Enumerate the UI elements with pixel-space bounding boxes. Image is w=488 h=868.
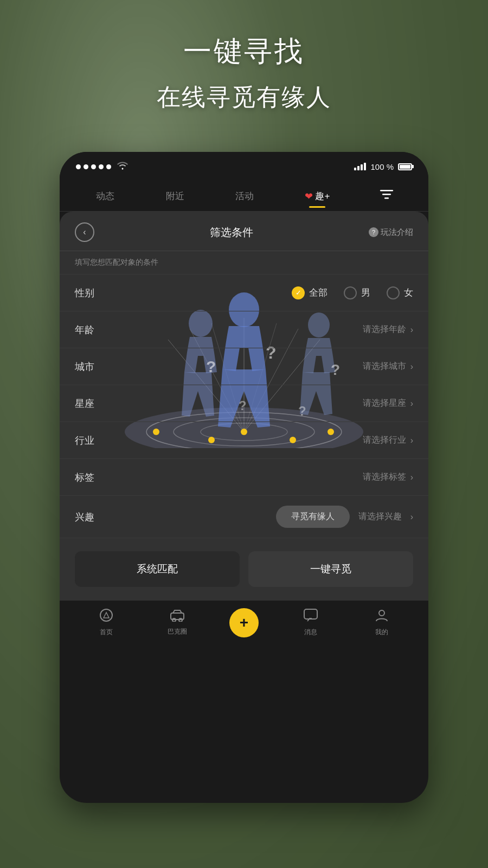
tab-qu-label: 趣+	[315, 190, 330, 202]
tab-huodong[interactable]: 活动	[229, 186, 260, 207]
nav-home[interactable]: 首页	[87, 608, 125, 637]
gender-option-female[interactable]: 女	[387, 286, 413, 299]
interest-value: 寻觅有缘人 请选择兴趣 ›	[276, 506, 413, 528]
back-button[interactable]: ‹	[75, 222, 94, 242]
status-left	[76, 161, 129, 173]
svg-rect-2	[384, 197, 389, 199]
nav-bake[interactable]: 巴克圈	[158, 609, 196, 636]
filter-row-gender: 性别 ✓ 全部 男	[60, 275, 428, 311]
city-label: 城市	[75, 360, 107, 373]
gender-option-all[interactable]: ✓ 全部	[292, 286, 328, 299]
status-right: 100 %	[354, 162, 412, 171]
gender-male-label: 男	[361, 286, 370, 299]
battery-percent: 100 %	[370, 162, 394, 171]
filter-row-industry[interactable]: 行业 请选择行业 ›	[60, 422, 428, 459]
svg-rect-1	[382, 194, 391, 195]
tags-label: 标签	[75, 471, 107, 484]
hero-text: 一键寻找 在线寻觅有缘人	[0, 33, 488, 113]
radio-female	[387, 286, 400, 299]
heart-icon: ❤	[305, 190, 313, 202]
signal-bar-1	[354, 168, 356, 170]
age-value: 请选择年龄 ›	[363, 324, 413, 335]
sub-header: 填写您想匹配对象的条件	[60, 251, 428, 275]
filter-row-interest: 兴趣 寻觅有缘人 请选择兴趣 ›	[60, 496, 428, 538]
filter-row-city[interactable]: 城市 请选择城市 ›	[60, 348, 428, 385]
gender-option-male[interactable]: 男	[344, 286, 370, 299]
filter-content: ? ? ? ? ? 性别	[60, 275, 428, 538]
svg-point-33	[379, 610, 384, 616]
industry-chevron: ›	[410, 436, 413, 445]
one-key-search-button[interactable]: 一键寻觅	[248, 551, 413, 587]
zodiac-label: 星座	[75, 397, 107, 410]
svg-point-27	[100, 609, 112, 621]
gender-label: 性别	[75, 286, 107, 299]
age-label: 年龄	[75, 323, 107, 336]
interest-placeholder: 请选择兴趣	[358, 511, 402, 522]
industry-label: 行业	[75, 434, 107, 447]
interest-button[interactable]: 寻觅有缘人	[276, 506, 350, 528]
gender-all-label: 全部	[309, 286, 328, 299]
tab-fujin[interactable]: 附近	[159, 186, 191, 207]
hero-line2: 在线寻觅有缘人	[0, 81, 488, 113]
dot-2	[84, 164, 88, 169]
radio-male	[344, 286, 357, 299]
dot-5	[106, 164, 111, 169]
system-match-button[interactable]: 系统匹配	[75, 551, 240, 587]
modal-title: 筛选条件	[210, 225, 253, 240]
tab-dongtai[interactable]: 动态	[89, 186, 121, 207]
bottom-nav: 首页 巴克圈 +	[60, 600, 428, 649]
zodiac-value: 请选择星座 ›	[363, 398, 413, 409]
signal-bar-4	[364, 163, 366, 170]
phone-frame: 100 % 动态 附近 活动 ❤ 趣+ ‹	[60, 152, 428, 803]
radio-all: ✓	[292, 286, 305, 299]
nav-add-button[interactable]: +	[229, 608, 259, 637]
svg-marker-28	[104, 612, 109, 618]
industry-placeholder: 请选择行业	[363, 435, 406, 446]
message-icon	[303, 608, 318, 626]
dot-3	[91, 164, 96, 169]
car-icon	[170, 609, 185, 625]
age-chevron: ›	[410, 325, 413, 335]
modal-panel: ‹ 筛选条件 ? 玩法介绍 填写您想匹配对象的条件	[60, 212, 428, 649]
signal-dots	[76, 164, 111, 169]
wifi-icon	[117, 161, 129, 173]
help-link[interactable]: ? 玩法介绍	[369, 227, 413, 238]
battery-fill	[400, 165, 410, 169]
back-icon: ‹	[83, 227, 86, 237]
battery-icon	[398, 163, 412, 170]
zodiac-placeholder: 请选择星座	[363, 398, 406, 409]
tab-qu-special: ❤ 趣+	[305, 190, 330, 202]
tags-chevron: ›	[410, 473, 413, 482]
check-icon: ✓	[296, 289, 301, 297]
help-label: 玩法介绍	[381, 227, 413, 238]
nav-message[interactable]: 消息	[292, 608, 330, 637]
bake-label: 巴克圈	[168, 627, 187, 636]
home-label: 首页	[100, 628, 113, 637]
city-placeholder: 请选择城市	[363, 361, 406, 372]
modal-header: ‹ 筛选条件 ? 玩法介绍	[60, 212, 428, 251]
nav-tabs: 动态 附近 活动 ❤ 趣+	[60, 181, 428, 212]
svg-rect-0	[380, 190, 393, 192]
gender-options: ✓ 全部 男 女	[292, 286, 413, 299]
message-label: 消息	[304, 628, 317, 637]
help-icon: ?	[369, 227, 378, 237]
mine-label: 我的	[375, 628, 388, 637]
tab-qu[interactable]: ❤ 趣+	[298, 186, 336, 207]
filter-row-tags[interactable]: 标签 请选择标签 ›	[60, 459, 428, 496]
filter-button[interactable]	[375, 186, 399, 207]
home-icon	[99, 608, 113, 626]
plus-icon: +	[240, 614, 248, 631]
city-chevron: ›	[410, 362, 413, 372]
signal-bars	[354, 163, 366, 170]
nav-mine[interactable]: 我的	[363, 608, 401, 637]
svg-rect-32	[304, 609, 317, 619]
industry-value: 请选择行业 ›	[363, 435, 413, 446]
filter-row-age[interactable]: 年龄 请选择年龄 ›	[60, 311, 428, 348]
person-icon	[375, 608, 389, 626]
gender-female-label: 女	[404, 286, 413, 299]
zodiac-chevron: ›	[410, 399, 413, 409]
dot-1	[76, 164, 81, 169]
filter-row-zodiac[interactable]: 星座 请选择星座 ›	[60, 385, 428, 422]
interest-label: 兴趣	[75, 510, 107, 524]
filter-rows: 性别 ✓ 全部 男	[60, 275, 428, 538]
